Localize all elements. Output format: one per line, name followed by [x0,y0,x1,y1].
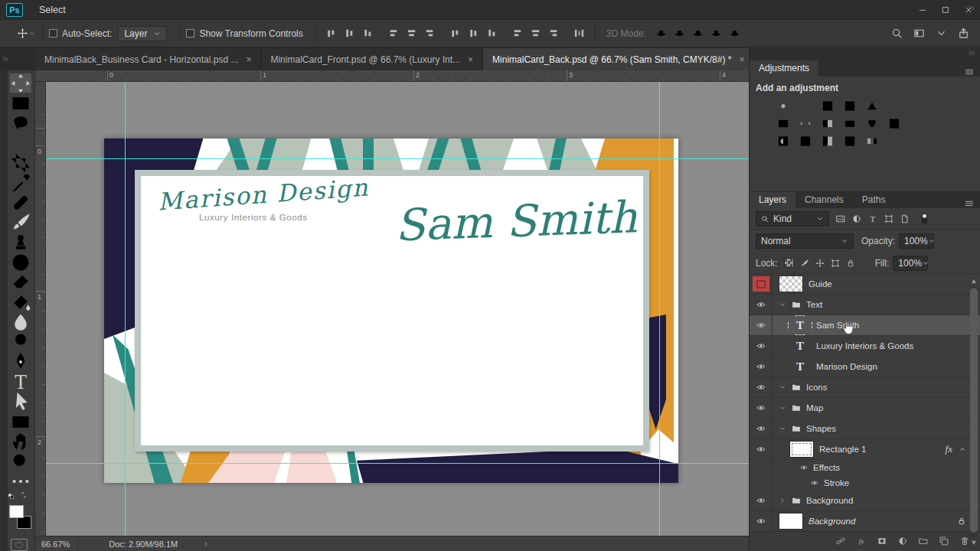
maximize-icon[interactable] [934,0,957,19]
text-layer-thumbnail[interactable]: T [789,358,811,375]
type-tool[interactable]: T [10,372,31,391]
eye[interactable] [756,424,766,433]
adjustment-filter-icon[interactable] [852,214,861,223]
curves-icon[interactable] [820,99,835,112]
fill-field[interactable]: 100% [893,256,928,271]
adjustment-layer-icon[interactable] [898,536,907,546]
swap-colors-icon[interactable] [20,491,28,499]
lock-position-icon[interactable] [815,259,825,268]
gradient-map-icon[interactable] [864,135,880,148]
eye[interactable] [756,383,766,392]
default-colors-icon[interactable] [8,493,15,500]
visibility-toggle[interactable] [750,460,773,475]
lock-all-icon[interactable] [846,259,855,268]
eraser-tool[interactable] [10,272,31,292]
eye[interactable] [756,496,766,505]
3d-pan-icon[interactable] [689,24,707,43]
canvas-area[interactable]: Marison Design Luxury Interiors & Goods … [46,82,749,536]
panel-menu-icon[interactable] [965,67,980,77]
panel-menu-icon[interactable] [965,199,980,208]
chevron-down-icon[interactable] [936,28,947,39]
crop-tool[interactable] [10,153,31,172]
lasso-tool[interactable] [10,113,31,132]
pen-tool[interactable] [10,352,31,371]
layer-row-effects[interactable]: Effects [750,460,980,475]
new-layer-icon[interactable] [939,536,949,546]
layer-thumbnail[interactable] [789,441,814,458]
align-right-edges-icon[interactable] [421,24,439,43]
distribute-horizontal-centers-icon[interactable] [527,24,545,43]
move-tool[interactable] [10,73,31,93]
visibility-toggle[interactable] [750,511,773,531]
blur-tool[interactable] [10,312,31,331]
panel-expand-icon[interactable] [0,47,11,70]
channel-mixer-icon[interactable] [864,117,880,130]
layer-row-background[interactable]: Background [750,511,980,531]
black-white-icon[interactable] [820,117,835,130]
dock-collapse-icon[interactable] [968,5,975,12]
layer-row-rectangle-1[interactable]: Rectangle 1 fx [750,439,980,460]
visibility-toggle[interactable] [750,295,773,315]
layer-row-shapes[interactable]: Shapes [750,419,980,439]
link-layers-icon[interactable] [836,536,845,546]
auto-select-checkbox[interactable] [49,29,57,37]
tab-adjustments[interactable]: Adjustments [750,60,818,77]
layer-row-sam-smith[interactable]: T Sam Smith [750,315,980,336]
posterize-icon[interactable] [798,135,813,148]
align-left-edges-icon[interactable] [384,24,403,43]
tool-preset-chevron-icon[interactable] [28,30,36,37]
text-layer-thumbnail[interactable]: T [789,337,811,354]
eye[interactable] [756,403,766,412]
auto-select-target-dropdown[interactable]: Layer [118,26,167,41]
guide-horizontal-top[interactable] [46,158,749,159]
visibility-toggle[interactable] [750,357,773,377]
layer-row-background[interactable]: Background [750,491,980,511]
layer-effects-icon[interactable]: fx [857,536,866,546]
eye[interactable] [756,517,766,526]
distribute-left-edges-icon[interactable] [508,24,527,43]
visibility-toggle[interactable] [750,274,773,294]
status-chevron-icon[interactable] [202,540,210,548]
brightness-contrast-icon[interactable] [776,99,791,112]
tab-paths[interactable]: Paths [853,192,895,208]
layer-thumbnail[interactable] [779,513,803,530]
visibility-toggle[interactable] [750,491,773,510]
chevron-up[interactable] [959,445,966,453]
chevron-down[interactable] [779,383,786,391]
align-bottom-edges-icon[interactable] [359,24,377,43]
tab-layers[interactable]: Layers [750,192,795,208]
lock-artboard-icon[interactable] [831,259,840,268]
3d-slide-icon[interactable] [707,24,726,43]
eye[interactable] [756,362,766,371]
lock-pixels-icon[interactable] [800,259,809,268]
3d-roll-icon[interactable] [671,24,689,43]
show-transform-checkbox[interactable] [186,29,194,37]
tab-channels[interactable]: Channels [795,192,853,208]
blend-mode-dropdown[interactable]: Normal [756,233,854,249]
eye[interactable] [756,300,766,309]
layers-scrollbar[interactable]: ▲ ▼ [969,276,978,548]
minimize-icon[interactable] [911,0,934,19]
layer-row-guide[interactable]: Guide [750,274,980,295]
align-top-edges-icon[interactable] [322,24,341,43]
layer-mask-icon[interactable] [877,536,887,546]
3d-camera-icon[interactable] [726,24,744,43]
visibility-toggle[interactable] [750,475,773,491]
tab-close-icon[interactable]: × [739,54,744,65]
photo-filter-icon[interactable] [842,117,858,130]
eye[interactable] [800,464,808,471]
document-tab-1[interactable]: MinimalBack_Business Card - Horizontal.p… [35,48,261,70]
distribute-vertical-centers-icon[interactable] [465,24,483,43]
path-selection-tool[interactable] [10,392,31,411]
distribute-spacing-icon[interactable] [570,24,589,43]
paint-bucket-tool[interactable] [10,292,31,311]
hue-saturation-icon[interactable] [776,117,791,130]
color-balance-icon[interactable] [798,117,813,130]
3d-orbit-icon[interactable] [652,24,671,43]
align-horizontal-centers-icon[interactable] [403,24,421,43]
eye[interactable] [756,341,766,350]
visibility-toggle[interactable] [750,439,773,459]
tab-close-icon[interactable]: × [468,54,473,65]
chevron-down[interactable] [779,404,786,412]
type-filter-icon[interactable]: T [868,214,877,223]
